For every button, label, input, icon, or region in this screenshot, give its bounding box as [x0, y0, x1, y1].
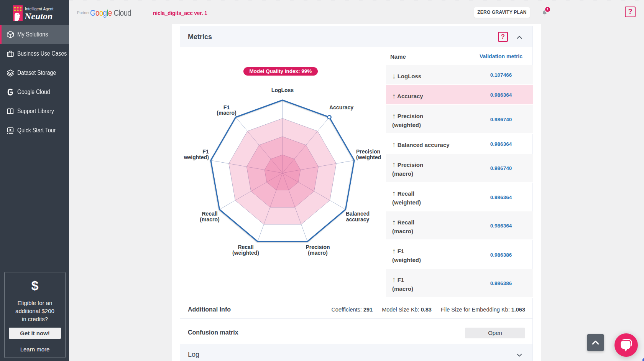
- svg-text:LogLoss: LogLoss: [271, 87, 294, 93]
- svg-text:(macro): (macro): [200, 216, 219, 223]
- svg-text:(weighted): (weighted): [232, 250, 259, 256]
- svg-text:(weighted: (weighted: [356, 154, 381, 160]
- svg-text:F1: F1: [202, 148, 209, 155]
- svg-text:Balanced: Balanced: [346, 211, 370, 217]
- svg-text:Precision: Precision: [306, 244, 330, 250]
- svg-text:Recall: Recall: [238, 244, 253, 250]
- svg-text:Precision: Precision: [356, 148, 380, 155]
- svg-text:(macro): (macro): [308, 250, 327, 256]
- svg-text:accuracy: accuracy: [346, 216, 370, 223]
- svg-text:Recall: Recall: [202, 211, 217, 217]
- svg-text:(macro): (macro): [217, 110, 236, 116]
- svg-text:weighted): weighted): [184, 154, 209, 160]
- svg-text:Accuracy: Accuracy: [329, 104, 353, 110]
